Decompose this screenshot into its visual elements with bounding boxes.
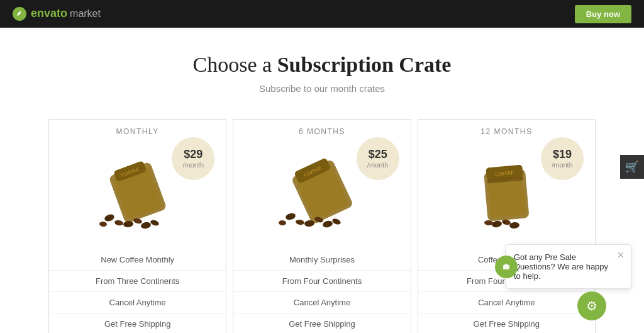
svg-point-33	[492, 220, 502, 229]
feature-item: Cancel Anytime	[233, 292, 410, 313]
svg-point-23	[322, 220, 333, 228]
feature-item: Cancel Anytime	[418, 292, 595, 313]
hero-title: Choose a Subscription Crate	[13, 53, 631, 77]
feature-item: Monthly Surprises	[233, 249, 410, 271]
chat-icon: ⚙	[586, 298, 597, 313]
chat-avatar-icon	[499, 260, 513, 274]
coffee-image: COFFEE	[418, 145, 595, 240]
plan-label: 12 MONTHS	[480, 120, 532, 139]
hero-title-bold: Subscription Crate	[277, 53, 452, 76]
features-list: New Coffee MonthlyFrom Three ContinentsC…	[49, 249, 226, 333]
plan-label: MONTHLY	[116, 120, 159, 139]
plan-card-12months: 12 MONTHS $19 /month COFFEE	[418, 119, 596, 333]
envato-leaf-icon	[13, 7, 26, 21]
feature-item: From Four Continents	[233, 271, 410, 292]
svg-point-19	[285, 212, 296, 221]
hero-subtitle: Subscribe to our month crates	[13, 83, 631, 94]
svg-point-9	[140, 222, 151, 230]
svg-point-6	[114, 220, 123, 226]
coffee-image: COFFEE	[233, 145, 410, 240]
svg-point-7	[123, 220, 133, 227]
cart-button[interactable]: 🛒	[620, 155, 644, 179]
chat-popup-close[interactable]: ✕	[617, 250, 625, 260]
svg-point-10	[99, 221, 107, 227]
plan-card-monthly: MONTHLY $29 /month COFFEE	[48, 119, 226, 333]
plans-container: MONTHLY $29 /month COFFEE	[20, 106, 624, 333]
hero-section: Choose a Subscription Crate Subscribe to…	[0, 28, 644, 106]
envato-text: envato	[31, 7, 67, 20]
svg-point-11	[150, 219, 160, 227]
logo: envato market	[13, 7, 101, 21]
plan-label: 6 MONTHS	[299, 120, 345, 139]
feature-item: From Three Continents	[49, 271, 226, 292]
market-text: market	[70, 8, 101, 20]
chat-popup-text: Got any Pre Sale Questions? We are happy…	[514, 252, 608, 281]
svg-point-25	[279, 220, 286, 226]
svg-point-35	[509, 222, 520, 229]
logo-envato: envato	[13, 7, 67, 21]
svg-point-20	[295, 219, 304, 225]
features-list: Monthly SurprisesFrom Four ContinentsCan…	[233, 249, 410, 333]
feature-item: Get Free Shipping	[233, 313, 410, 333]
svg-point-5	[103, 213, 114, 223]
svg-rect-41	[504, 264, 508, 266]
chat-widget-button[interactable]: ⚙	[577, 291, 606, 320]
chat-avatar	[495, 256, 518, 278]
topnav: envato market Buy now	[0, 0, 644, 28]
feature-item: New Coffee Monthly	[49, 249, 226, 271]
feature-item: Get Free Shipping	[418, 313, 595, 333]
feature-item: Get Free Shipping	[49, 313, 226, 333]
buy-now-button[interactable]: Buy now	[575, 5, 631, 23]
chat-popup: ✕ Got any Pre Sale Questions? We are hap…	[506, 244, 631, 289]
coffee-image: COFFEE	[49, 145, 226, 240]
cart-icon: 🛒	[625, 160, 639, 174]
svg-point-24	[331, 218, 341, 226]
plan-card-6months: 6 MONTHS $25 /month COFFEE	[233, 119, 411, 333]
feature-item: Cancel Anytime	[49, 292, 226, 313]
hero-title-part1: Choose a	[193, 53, 277, 76]
